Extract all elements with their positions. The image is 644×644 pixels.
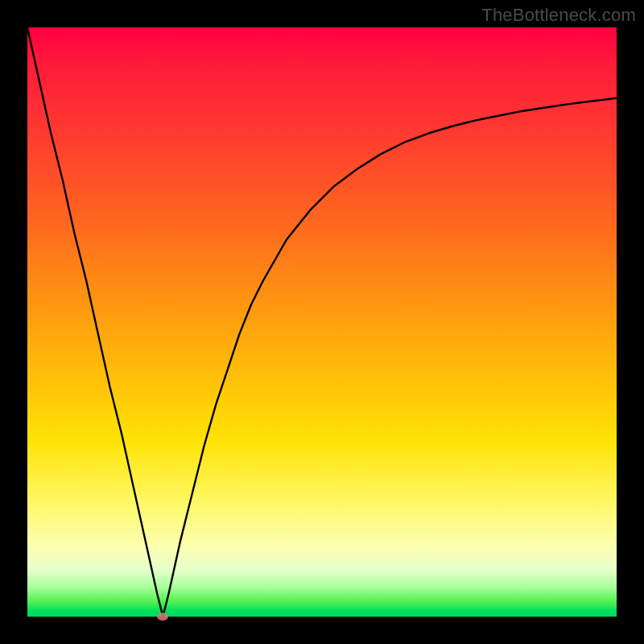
bottleneck-curve: [27, 27, 617, 617]
chart-frame: TheBottleneck.com: [0, 0, 644, 644]
plot-area: [27, 27, 617, 617]
minimum-marker: [157, 613, 168, 621]
watermark-text: TheBottleneck.com: [481, 5, 636, 26]
